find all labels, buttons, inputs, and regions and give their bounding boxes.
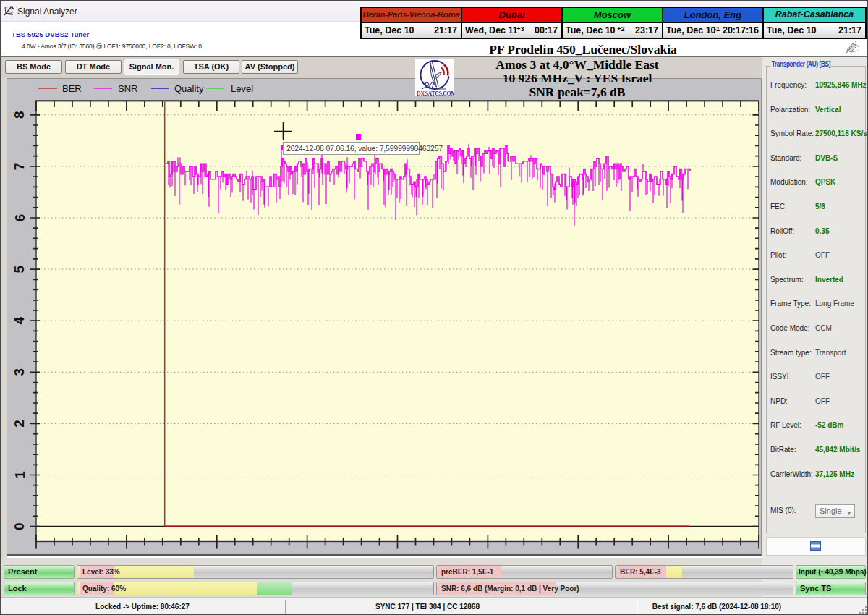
svg-text:SATCS.COM: SATCS.COM [425, 90, 455, 97]
svg-text:DX: DX [417, 90, 425, 97]
